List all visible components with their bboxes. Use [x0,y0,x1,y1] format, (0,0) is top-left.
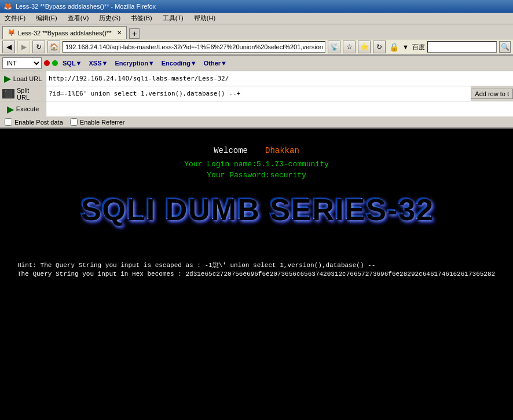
hackbar: INT STRING BLIND SQL▼ XSS▼ Encryption▼ E… [0,56,513,129]
back-icon: ◀ [6,43,12,51]
welcome-name: Dhakkan [265,146,299,155]
reload-button[interactable]: ↻ [32,41,45,53]
star-icon[interactable]: ☆ [343,41,356,53]
enable-referrer-label: Enable Referrer [70,118,125,126]
search-icon: 🔍 [501,43,510,51]
sql-menu[interactable]: SQL▼ [60,59,85,67]
welcome-text: Welcome [214,146,248,155]
encoding-menu[interactable]: Encoding▼ [159,59,199,67]
address-bar: ◀ ▶ ↻ 🏠 📡 ☆ ⭐ ↻ 🔒 ▼ 百度 🔍 [0,39,513,56]
xss-menu[interactable]: XSS▼ [87,59,111,67]
hint-text: Hint: The Query String you input is esca… [17,261,496,269]
hex-text: The Query String you input in Hex become… [17,271,496,277]
menu-history[interactable]: 历史(S) [97,14,123,23]
url-input[interactable] [46,71,513,86]
browser-content: Welcome Dhakkan Your Login name:5.1.73-c… [0,129,513,420]
search-input[interactable] [427,41,497,53]
status-dot-red [44,60,50,66]
split-url-row: ⬛ Split URL Add row to t [0,86,513,101]
enable-referrer-checkbox[interactable] [70,118,78,126]
home-button[interactable]: 🏠 [47,41,60,53]
execute-label: Execute [16,105,39,112]
other-menu[interactable]: Other▼ [201,59,229,67]
address-input[interactable] [63,41,325,53]
hackbar-bottom: Enable Post data Enable Referrer [0,116,513,127]
split-url-label-container: ⬛ Split URL [0,86,46,101]
menu-help[interactable]: 帮助(H) [192,14,218,23]
new-tab-button[interactable]: + [129,28,140,39]
split-url-label: Split URL [17,87,43,101]
load-url-label-container: ▶ Load URL [0,71,46,86]
search-engine-label: ▼ [402,43,409,50]
status-dot-green [52,60,58,66]
bookmark-icon[interactable]: ⭐ [358,41,371,53]
reload-icon: ↻ [36,43,42,51]
search-button[interactable]: 🔍 [499,41,511,53]
enable-post-label: Enable Post data [5,118,63,126]
tab-favicon: 🦊 [8,29,16,36]
menu-file[interactable]: 文件(F) [2,14,28,23]
enable-post-checkbox[interactable] [5,118,12,126]
window-title: Less-32 **Bypass addslashes()** - Mozill… [16,3,156,10]
hint-section: Hint: The Query String you input is esca… [12,261,501,279]
menu-bookmarks[interactable]: 书签(B) [129,14,155,23]
tab-main[interactable]: 🦊 Less-32 **Bypass addslashes()** ✕ [2,26,127,39]
reload2-icon[interactable]: ↻ [373,41,386,53]
rss-icon[interactable]: 📡 [328,41,340,53]
menu-view[interactable]: 查看(V) [65,14,91,23]
menu-edit[interactable]: 编辑(E) [34,14,60,23]
password-line: Your Password:security [207,171,306,180]
baidu-label: 百度 [412,43,425,52]
split-url-icon[interactable]: ⬛ [2,89,14,98]
lock-icon: 🔒 [389,42,399,52]
home-icon: 🏠 [50,43,58,51]
encryption-menu[interactable]: Encryption▼ [112,59,156,67]
load-url-label: Load URL [13,75,42,82]
login-line: Your Login name:5.1.73-community [184,160,329,169]
menu-bar: 文件(F) 编辑(E) 查看(V) 历史(S) 书签(B) 工具(T) 帮助(H… [0,13,513,24]
tab-label: Less-32 **Bypass addslashes()** [18,30,111,36]
query-input[interactable] [46,86,471,101]
welcome-line: Welcome Dhakkan [214,146,299,155]
execute-label-container: ▶ Execute [0,101,46,116]
menu-tools[interactable]: 工具(T) [160,14,186,23]
sqli-dumb-title: SQLI DUMB SERIES-32 [80,191,433,226]
back-button[interactable]: ◀ [2,41,15,53]
forward-button[interactable]: ▶ [17,41,30,53]
hackbar-toolbar: INT STRING BLIND SQL▼ XSS▼ Encryption▼ E… [0,56,513,71]
load-url-icon[interactable]: ▶ [4,73,11,84]
forward-icon: ▶ [21,43,27,51]
execute-row: ▶ Execute [0,101,513,116]
tab-close-icon[interactable]: ✕ [117,30,122,36]
type-select[interactable]: INT STRING BLIND [2,57,42,69]
load-url-row: ▶ Load URL [0,71,513,86]
title-bar: 🦊 Less-32 **Bypass addslashes()** - Mozi… [0,0,513,13]
hackbar-rows: ▶ Load URL ⬛ Split URL Add row to t ▶ Ex… [0,71,513,116]
add-row-button[interactable]: Add row to t [471,89,513,99]
firefox-icon: 🦊 [3,2,12,10]
execute-icon[interactable]: ▶ [7,104,14,115]
tab-bar: 🦊 Less-32 **Bypass addslashes()** ✕ + [0,24,513,39]
